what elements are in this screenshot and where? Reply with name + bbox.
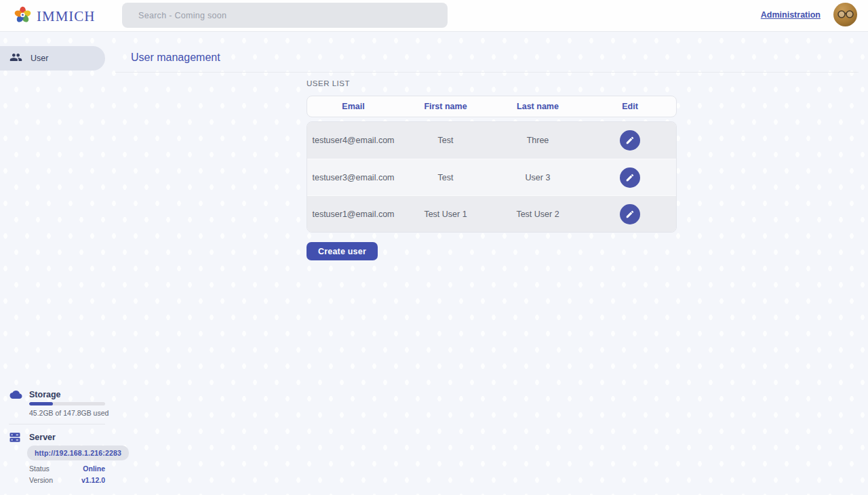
cell-email: testuser4@email.com (307, 122, 399, 159)
search-input[interactable] (122, 3, 448, 28)
column-header-edit: Edit (584, 96, 676, 117)
cloud-icon (9, 389, 23, 403)
storage-usage-text: 45.2GB of 147.8GB used (29, 409, 108, 417)
version-label: Version (29, 476, 53, 484)
edit-user-button[interactable] (620, 167, 640, 188)
title-divider (115, 72, 859, 73)
create-user-button[interactable]: Create user (307, 242, 378, 260)
top-header: IMMICH Administration (0, 0, 868, 32)
edit-user-button[interactable] (620, 204, 640, 224)
table-row: testuser3@email.com Test User 3 (307, 159, 676, 195)
status-value: Online (83, 464, 105, 473)
cell-last-name: User 3 (492, 159, 584, 195)
table-row: testuser4@email.com Test Three (307, 122, 676, 159)
page-title: User management (131, 52, 220, 64)
users-icon (9, 51, 22, 66)
cell-first-name: Test User 1 (399, 196, 492, 232)
server-version-row: Version v1.12.0 (29, 476, 105, 484)
cell-email: testuser3@email.com (307, 159, 399, 195)
server-title: Server (29, 433, 56, 442)
cell-email: testuser1@email.com (307, 196, 399, 232)
pencil-icon (625, 210, 635, 219)
user-avatar[interactable] (833, 3, 857, 26)
version-value: v1.12.0 (81, 476, 105, 484)
sidebar-item-user[interactable]: User (0, 46, 105, 71)
user-table: testuser4@email.com Test Three testuser3… (307, 121, 677, 233)
immich-flower-icon (14, 5, 32, 27)
cell-first-name: Test (399, 159, 492, 195)
server-status-row: Status Online (29, 464, 105, 473)
server-icon (9, 431, 21, 446)
search-bar (122, 3, 448, 28)
administration-link[interactable]: Administration (761, 10, 821, 20)
cell-first-name: Test (399, 122, 492, 159)
column-header-last-name: Last name (492, 96, 584, 117)
immich-logo[interactable]: IMMICH (14, 5, 96, 27)
column-header-email: Email (307, 96, 399, 117)
table-row: testuser1@email.com Test User 1 Test Use… (307, 195, 676, 232)
storage-progress-fill (29, 402, 53, 405)
cell-last-name: Three (492, 122, 584, 159)
pencil-icon (625, 136, 635, 145)
status-label: Status (29, 464, 50, 473)
server-url-badge: http://192.168.1.216:2283 (27, 446, 129, 460)
storage-progress-bar (29, 402, 105, 405)
app-name: IMMICH (37, 8, 96, 25)
edit-user-button[interactable] (620, 130, 640, 151)
user-list-label: USER LIST (307, 79, 350, 87)
user-table-header: Email First name Last name Edit (307, 96, 677, 117)
cell-last-name: Test User 2 (492, 196, 584, 232)
column-header-first-name: First name (399, 96, 492, 117)
sidebar-item-label: User (31, 54, 48, 63)
sidebar-divider (9, 424, 105, 424)
storage-title: Storage (29, 390, 61, 399)
glasses-icon (837, 9, 854, 19)
pencil-icon (625, 173, 635, 182)
